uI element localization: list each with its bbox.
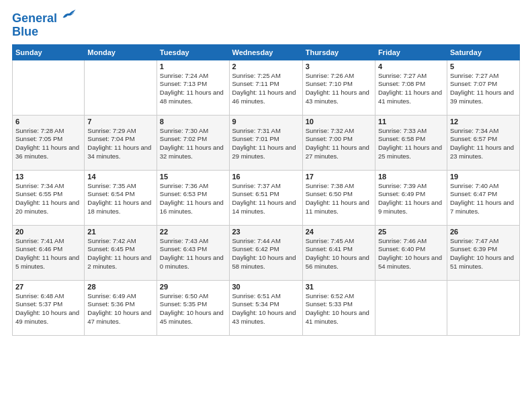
calendar-table: SundayMondayTuesdayWednesdayThursdayFrid… (12, 44, 520, 336)
day-number: 29 (160, 283, 226, 291)
day-number: 19 (450, 173, 517, 181)
calendar-cell: 4Sunrise: 7:27 AM Sunset: 7:08 PM Daylig… (375, 60, 447, 115)
day-number: 21 (87, 228, 153, 236)
day-number: 9 (232, 118, 300, 126)
day-info: Sunrise: 7:41 AM Sunset: 6:46 PM Dayligh… (15, 237, 81, 271)
day-number: 27 (15, 283, 81, 291)
day-info: Sunrise: 7:35 AM Sunset: 6:54 PM Dayligh… (87, 182, 153, 216)
day-number: 17 (306, 173, 372, 181)
day-number: 8 (160, 118, 226, 126)
calendar-cell: 2Sunrise: 7:25 AM Sunset: 7:11 PM Daylig… (229, 60, 302, 115)
header: General Blue (12, 10, 520, 39)
calendar-cell: 8Sunrise: 7:30 AM Sunset: 7:02 PM Daylig… (157, 115, 229, 170)
calendar-header-row: SundayMondayTuesdayWednesdayThursdayFrid… (13, 44, 520, 60)
day-number: 18 (378, 173, 444, 181)
day-info: Sunrise: 7:26 AM Sunset: 7:10 PM Dayligh… (306, 72, 372, 106)
calendar-cell: 17Sunrise: 7:38 AM Sunset: 6:50 PM Dayli… (302, 170, 375, 225)
calendar-cell: 15Sunrise: 7:36 AM Sunset: 6:53 PM Dayli… (157, 170, 229, 225)
calendar-cell: 24Sunrise: 7:45 AM Sunset: 6:41 PM Dayli… (302, 225, 375, 280)
calendar-cell: 26Sunrise: 7:47 AM Sunset: 6:39 PM Dayli… (447, 225, 519, 280)
calendar-cell: 14Sunrise: 7:35 AM Sunset: 6:54 PM Dayli… (85, 170, 157, 225)
day-info: Sunrise: 7:27 AM Sunset: 7:08 PM Dayligh… (378, 72, 444, 106)
day-number: 24 (306, 228, 372, 236)
day-info: Sunrise: 7:34 AM Sunset: 6:55 PM Dayligh… (15, 182, 81, 216)
calendar-cell: 12Sunrise: 7:34 AM Sunset: 6:57 PM Dayli… (447, 115, 519, 170)
day-info: Sunrise: 7:32 AM Sunset: 7:00 PM Dayligh… (306, 127, 372, 161)
calendar-cell: 27Sunrise: 6:48 AM Sunset: 5:37 PM Dayli… (13, 280, 85, 335)
calendar-cell: 22Sunrise: 7:43 AM Sunset: 6:43 PM Dayli… (157, 225, 229, 280)
calendar-cell: 28Sunrise: 6:49 AM Sunset: 5:36 PM Dayli… (85, 280, 157, 335)
day-number: 31 (306, 283, 372, 291)
day-info: Sunrise: 7:27 AM Sunset: 7:07 PM Dayligh… (450, 72, 517, 106)
day-info: Sunrise: 7:29 AM Sunset: 7:04 PM Dayligh… (87, 127, 153, 161)
day-info: Sunrise: 6:49 AM Sunset: 5:36 PM Dayligh… (87, 292, 153, 326)
logo-text: General (12, 10, 77, 26)
calendar-cell: 5Sunrise: 7:27 AM Sunset: 7:07 PM Daylig… (447, 60, 519, 115)
calendar-cell: 18Sunrise: 7:39 AM Sunset: 6:49 PM Dayli… (375, 170, 447, 225)
day-info: Sunrise: 7:30 AM Sunset: 7:02 PM Dayligh… (160, 127, 226, 161)
day-info: Sunrise: 7:42 AM Sunset: 6:45 PM Dayligh… (87, 237, 153, 271)
day-info: Sunrise: 6:48 AM Sunset: 5:37 PM Dayligh… (15, 292, 81, 326)
day-number: 1 (160, 62, 226, 71)
day-number: 30 (232, 283, 300, 291)
calendar-weekday-tuesday: Tuesday (157, 44, 229, 60)
day-number: 28 (87, 283, 153, 291)
page: General Blue SundayMondayTuesdayWednesda… (0, 0, 532, 411)
calendar-cell: 21Sunrise: 7:42 AM Sunset: 6:45 PM Dayli… (85, 225, 157, 280)
calendar-cell (375, 280, 447, 335)
day-number: 16 (232, 173, 300, 181)
calendar-weekday-sunday: Sunday (13, 44, 85, 60)
calendar-weekday-monday: Monday (85, 44, 157, 60)
calendar-week-row: 1Sunrise: 7:24 AM Sunset: 7:13 PM Daylig… (13, 60, 520, 115)
day-info: Sunrise: 7:33 AM Sunset: 6:58 PM Dayligh… (378, 127, 444, 161)
day-info: Sunrise: 7:43 AM Sunset: 6:43 PM Dayligh… (160, 237, 226, 271)
day-number: 4 (378, 62, 444, 71)
day-info: Sunrise: 7:34 AM Sunset: 6:57 PM Dayligh… (450, 127, 517, 161)
calendar-cell: 29Sunrise: 6:50 AM Sunset: 5:35 PM Dayli… (157, 280, 229, 335)
calendar-cell: 31Sunrise: 6:52 AM Sunset: 5:33 PM Dayli… (302, 280, 375, 335)
calendar-cell: 9Sunrise: 7:31 AM Sunset: 7:01 PM Daylig… (229, 115, 302, 170)
day-info: Sunrise: 6:52 AM Sunset: 5:33 PM Dayligh… (306, 292, 372, 326)
calendar-week-row: 20Sunrise: 7:41 AM Sunset: 6:46 PM Dayli… (13, 225, 520, 280)
day-number: 23 (232, 228, 300, 236)
calendar-week-row: 27Sunrise: 6:48 AM Sunset: 5:37 PM Dayli… (13, 280, 520, 335)
calendar-weekday-thursday: Thursday (302, 44, 375, 60)
day-number: 10 (306, 118, 372, 126)
day-info: Sunrise: 6:51 AM Sunset: 5:34 PM Dayligh… (232, 292, 300, 326)
day-number: 6 (15, 118, 81, 126)
day-info: Sunrise: 7:28 AM Sunset: 7:05 PM Dayligh… (15, 127, 81, 161)
calendar-cell: 1Sunrise: 7:24 AM Sunset: 7:13 PM Daylig… (157, 60, 229, 115)
logo: General Blue (12, 10, 77, 39)
calendar-cell: 6Sunrise: 7:28 AM Sunset: 7:05 PM Daylig… (13, 115, 85, 170)
calendar-cell (447, 280, 519, 335)
logo-general: General (12, 11, 57, 25)
day-number: 5 (450, 62, 517, 71)
calendar-cell: 11Sunrise: 7:33 AM Sunset: 6:58 PM Dayli… (375, 115, 447, 170)
calendar-cell: 16Sunrise: 7:37 AM Sunset: 6:51 PM Dayli… (229, 170, 302, 225)
calendar-cell: 19Sunrise: 7:40 AM Sunset: 6:47 PM Dayli… (447, 170, 519, 225)
logo-blue: Blue (12, 26, 77, 39)
day-info: Sunrise: 7:24 AM Sunset: 7:13 PM Dayligh… (160, 72, 226, 106)
day-info: Sunrise: 7:37 AM Sunset: 6:51 PM Dayligh… (232, 182, 300, 216)
day-info: Sunrise: 7:47 AM Sunset: 6:39 PM Dayligh… (450, 237, 517, 271)
calendar-cell: 25Sunrise: 7:46 AM Sunset: 6:40 PM Dayli… (375, 225, 447, 280)
day-info: Sunrise: 7:39 AM Sunset: 6:49 PM Dayligh… (378, 182, 444, 216)
day-number: 13 (15, 173, 81, 181)
calendar-weekday-friday: Friday (375, 44, 447, 60)
calendar-week-row: 13Sunrise: 7:34 AM Sunset: 6:55 PM Dayli… (13, 170, 520, 225)
calendar-cell: 7Sunrise: 7:29 AM Sunset: 7:04 PM Daylig… (85, 115, 157, 170)
day-number: 22 (160, 228, 226, 236)
calendar-weekday-wednesday: Wednesday (229, 44, 302, 60)
calendar-weekday-saturday: Saturday (447, 44, 519, 60)
day-info: Sunrise: 7:31 AM Sunset: 7:01 PM Dayligh… (232, 127, 300, 161)
calendar-cell: 3Sunrise: 7:26 AM Sunset: 7:10 PM Daylig… (302, 60, 375, 115)
calendar-cell (13, 60, 85, 115)
day-info: Sunrise: 6:50 AM Sunset: 5:35 PM Dayligh… (160, 292, 226, 326)
calendar-cell: 10Sunrise: 7:32 AM Sunset: 7:00 PM Dayli… (302, 115, 375, 170)
day-number: 20 (15, 228, 81, 236)
day-number: 26 (450, 228, 517, 236)
day-number: 2 (232, 62, 300, 71)
day-number: 15 (160, 173, 226, 181)
calendar-week-row: 6Sunrise: 7:28 AM Sunset: 7:05 PM Daylig… (13, 115, 520, 170)
day-number: 11 (378, 118, 444, 126)
